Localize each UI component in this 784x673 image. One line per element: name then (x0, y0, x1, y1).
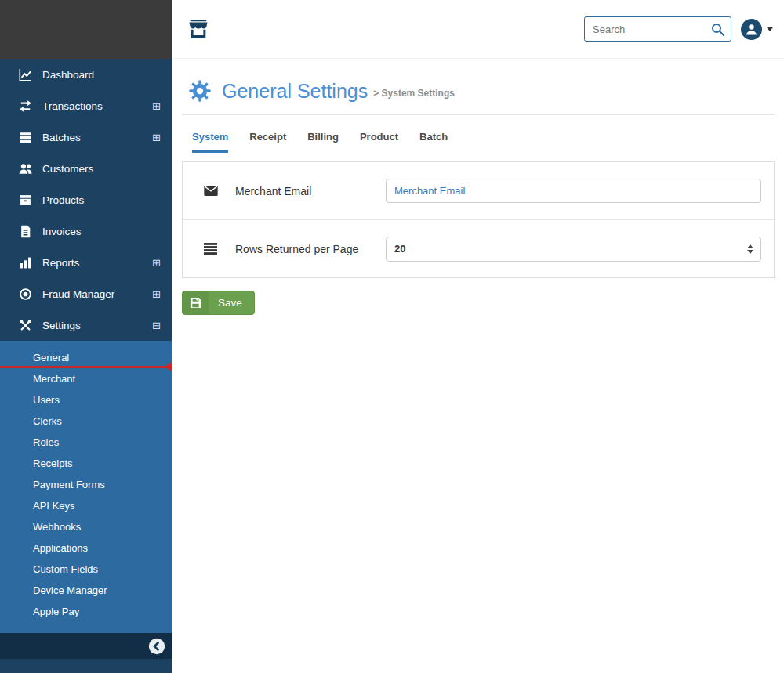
submenu-item-device-manager[interactable]: Device Manager (0, 580, 172, 601)
sidebar-item-transactions[interactable]: Transactions ⊞ (0, 90, 172, 121)
submenu-item-label: Roles (33, 436, 59, 448)
sidebar-bottom-strip (0, 659, 172, 673)
sidebar-item-customers[interactable]: Customers (0, 153, 172, 184)
sidebar-item-label: Invoices (42, 226, 161, 237)
fraud-manager-icon (19, 288, 32, 301)
expand-plus-icon[interactable]: ⊞ (152, 258, 161, 268)
dashboard-icon (19, 68, 32, 81)
rows-per-page-row: Rows Returned per Page 20 (183, 219, 774, 277)
batches-icon (19, 131, 32, 144)
submenu-item-api-keys[interactable]: API Keys (0, 495, 172, 516)
search-icon[interactable] (711, 23, 724, 36)
sidebar-item-reports[interactable]: Reports ⊞ (0, 247, 172, 278)
collapse-minus-icon[interactable]: ⊟ (152, 320, 161, 331)
submenu-item-label: Payment Forms (33, 479, 105, 490)
tab-batch[interactable]: Batch (419, 131, 448, 153)
rows-per-page-label: Rows Returned per Page (235, 243, 386, 255)
submenu-item-label: Apple Pay (33, 606, 79, 617)
search-input[interactable] (585, 24, 711, 35)
page-title-row: General Settings > System Settings (182, 79, 775, 103)
expand-plus-icon[interactable]: ⊞ (152, 132, 161, 143)
submenu-item-label: Receipts (33, 458, 73, 469)
settings-tabs: System Receipt Billing Product Batch (182, 131, 775, 153)
envelope-icon (204, 186, 220, 196)
submenu-item-users[interactable]: Users (0, 389, 172, 411)
app: Dashboard Transactions ⊞ Batches ⊞ (0, 0, 784, 673)
submenu-item-label: Custom Fields (33, 563, 98, 575)
merchant-email-input[interactable] (386, 179, 761, 203)
select-arrows-icon (747, 244, 753, 254)
user-menu[interactable] (741, 19, 773, 40)
user-avatar-icon (741, 19, 762, 40)
sidebar-nav: Dashboard Transactions ⊞ Batches ⊞ (0, 59, 172, 341)
tab-product[interactable]: Product (360, 131, 398, 153)
submenu-item-roles[interactable]: Roles (0, 432, 172, 453)
submenu-item-apple-pay[interactable]: Apple Pay (0, 601, 172, 622)
expand-plus-icon[interactable]: ⊞ (152, 289, 161, 299)
sidebar-item-label: Products (42, 194, 161, 206)
rows-list-icon (204, 243, 220, 255)
settings-tools-icon (19, 319, 32, 332)
sidebar-item-invoices[interactable]: Invoices (0, 215, 172, 247)
sidebar-item-label: Transactions (42, 100, 152, 112)
submenu-item-receipts[interactable]: Receipts (0, 453, 172, 474)
breadcrumb: > System Settings (373, 88, 455, 103)
submenu-item-label: General (33, 352, 69, 364)
sidebar-item-label: Reports (42, 257, 152, 269)
sidebar-logo-area (0, 0, 172, 59)
save-button[interactable]: Save (182, 291, 255, 315)
submenu-item-clerks[interactable]: Clerks (0, 411, 172, 432)
sidebar-item-label: Batches (42, 132, 152, 143)
sidebar-collapse-button[interactable] (148, 638, 165, 655)
sidebar: Dashboard Transactions ⊞ Batches ⊞ (0, 0, 172, 673)
settings-submenu: General Merchant Users Clerks Roles Rece… (0, 341, 172, 633)
expand-plus-icon[interactable]: ⊞ (152, 101, 161, 111)
storefront-icon[interactable] (188, 20, 209, 38)
save-button-label: Save (209, 297, 254, 309)
search-box (584, 16, 731, 42)
title-divider (182, 114, 775, 115)
submenu-item-label: Webhooks (33, 521, 81, 533)
chevron-down-icon (767, 27, 773, 31)
submenu-item-payment-forms[interactable]: Payment Forms (0, 474, 172, 495)
reports-icon (19, 256, 32, 270)
submenu-item-general[interactable]: General (0, 347, 172, 368)
rows-per-page-select[interactable]: 20 (386, 237, 761, 262)
submenu-item-webhooks[interactable]: Webhooks (0, 516, 172, 537)
merchant-email-label: Merchant Email (235, 185, 386, 197)
sidebar-footer (0, 633, 172, 659)
submenu-item-label: API Keys (33, 500, 74, 512)
sidebar-item-label: Dashboard (42, 69, 161, 81)
tab-billing[interactable]: Billing (307, 131, 339, 153)
customers-icon (19, 162, 32, 175)
sidebar-item-label: Fraud Manager (42, 288, 152, 300)
products-icon (19, 194, 32, 207)
sidebar-item-label: Settings (42, 320, 152, 331)
submenu-item-applications[interactable]: Applications (0, 537, 172, 559)
submenu-item-label: Merchant (33, 373, 75, 385)
sidebar-item-batches[interactable]: Batches ⊞ (0, 121, 172, 153)
selected-value: 20 (394, 243, 405, 255)
sidebar-item-products[interactable]: Products (0, 184, 172, 215)
submenu-item-label: Applications (33, 542, 88, 554)
sidebar-item-settings[interactable]: Settings ⊟ (0, 309, 172, 341)
main-content: General Settings > System Settings Syste… (172, 59, 784, 673)
submenu-item-label: Users (33, 394, 60, 406)
gear-icon (188, 79, 212, 103)
submenu-item-label: Device Manager (33, 584, 107, 596)
tab-system[interactable]: System (192, 131, 228, 153)
submenu-item-custom-fields[interactable]: Custom Fields (0, 559, 172, 580)
page-title: General Settings (222, 80, 368, 103)
submenu-item-merchant[interactable]: Merchant (0, 368, 172, 389)
merchant-email-row: Merchant Email (183, 162, 774, 219)
arrow-left-circle-icon (148, 638, 165, 655)
sidebar-item-label: Customers (42, 163, 161, 175)
sidebar-item-dashboard[interactable]: Dashboard (0, 59, 172, 90)
sidebar-item-fraud-manager[interactable]: Fraud Manager ⊞ (0, 278, 172, 309)
transactions-icon (19, 100, 32, 113)
settings-form-panel: Merchant Email Rows Returned per Page 20 (182, 161, 775, 278)
invoices-icon (19, 225, 32, 238)
top-header (172, 0, 784, 59)
save-floppy-icon (183, 291, 209, 314)
tab-receipt[interactable]: Receipt (249, 131, 286, 153)
